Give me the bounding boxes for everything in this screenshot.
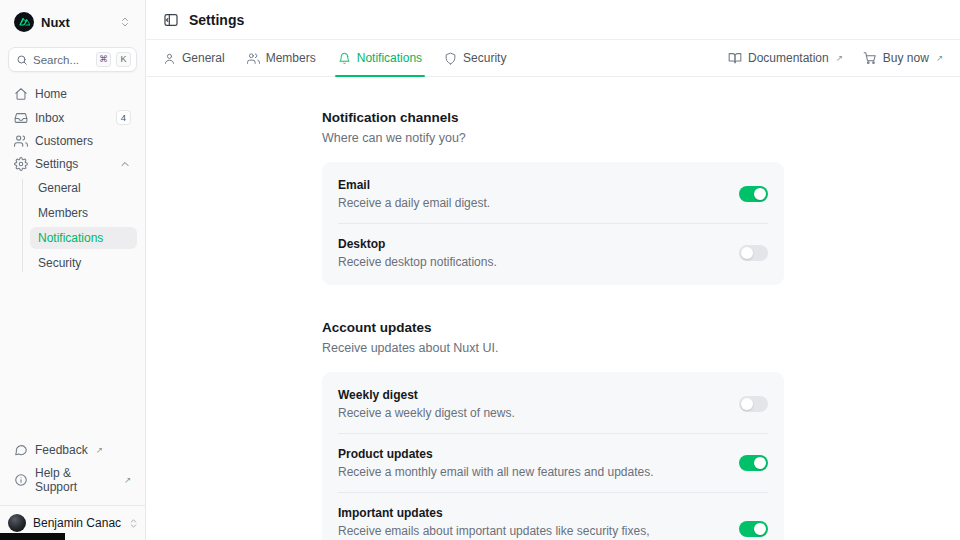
message-bubble-icon [14,443,28,457]
sidebar-item-label: Help & Support [35,466,116,494]
kbd-k: K [116,52,131,67]
users-icon [247,52,260,65]
sidebar-item-label: Inbox [35,111,64,125]
workspace-switcher[interactable]: Nuxt [8,8,137,36]
setting-description: Receive a monthly email with all new fea… [338,465,723,479]
setting-description: Receive desktop notifications. [338,255,723,269]
inbox-count-badge: 4 [116,110,131,125]
link-label: Buy now [883,51,929,65]
setting-row-desktop: Desktop Receive desktop notifications. [338,223,768,282]
user-icon [163,52,176,65]
sidebar-item-settings-security[interactable]: Security [30,252,137,274]
setting-row-email: Email Receive a daily email digest. [338,165,768,223]
sidebar-item-help-support[interactable]: Help & Support↗ [8,463,137,497]
toggle-knob [754,523,766,535]
sidebar-nav: Home Inbox 4 Customers Settings [0,76,145,274]
section-title: Notification channels [322,110,784,125]
sidebar-item-settings-notifications[interactable]: Notifications [30,227,137,249]
setting-row-important-updates: Important updates Receive emails about i… [338,492,768,540]
setting-row-product-updates: Product updates Receive a monthly email … [338,433,768,492]
tab-notifications[interactable]: Notifications [338,40,422,76]
sidebar-item-label: Settings [35,157,78,171]
link-label: Documentation [748,51,829,65]
tab-label: Members [266,51,316,65]
header-links: Documentation↗ Buy now↗ [728,51,943,65]
external-link-icon: ↗ [96,445,103,455]
sidebar-spacer [0,274,145,440]
book-open-icon [728,51,742,65]
inbox-icon [14,111,28,125]
sidebar-item-customers[interactable]: Customers [8,131,137,151]
settings-card: Email Receive a daily email digest. Desk… [322,162,784,285]
buy-now-link[interactable]: Buy now↗ [863,51,943,65]
setting-row-weekly-digest: Weekly digest Receive a weekly digest of… [338,375,768,433]
gear-icon [14,157,28,171]
settings-subnav: General Members Notifications Security [8,177,137,274]
nuxt-logo-icon [14,12,34,32]
sidebar-item-settings[interactable]: Settings [8,154,137,174]
chevrons-up-down-icon [128,518,139,529]
user-avatar [8,514,26,532]
search-input[interactable]: Search... ⌘ K [8,47,137,72]
setting-title: Email [338,178,723,192]
main-panel: Settings General Members Notifications [146,0,960,540]
sidebar-item-settings-general[interactable]: General [30,177,137,199]
sidebar-item-label: Feedback [35,443,88,457]
email-toggle[interactable] [739,186,768,202]
sidebar-item-inbox[interactable]: Inbox 4 [8,107,137,128]
app-window: Nuxt Search... ⌘ K Home [0,0,960,540]
external-link-icon: ↗ [124,475,131,485]
home-icon [14,87,28,101]
sidebar-item-home[interactable]: Home [8,84,137,104]
bell-icon [338,52,351,65]
setting-description: Receive a weekly digest of news. [338,406,723,420]
tab-label: Notifications [357,51,422,65]
external-link-icon: ↗ [836,53,843,63]
kbd-cmd: ⌘ [96,52,111,67]
tab-label: Security [463,51,506,65]
product-updates-toggle[interactable] [739,455,768,471]
important-updates-toggle[interactable] [739,521,768,537]
toggle-knob [754,188,766,200]
sidebar-item-settings-members[interactable]: Members [30,202,137,224]
info-circle-icon [14,473,28,487]
notification-channels-section: Notification channels Where can we notif… [322,110,784,285]
collapse-sidebar-icon[interactable] [163,12,179,28]
section-title: Account updates [322,320,784,335]
screen-corner-artifact [0,533,65,540]
sidebar-item-label: Home [35,87,67,101]
toggle-knob [741,398,753,410]
weekly-digest-toggle[interactable] [739,396,768,412]
shopping-cart-icon [863,51,877,65]
page-header: Settings [146,0,960,40]
settings-tabbar: General Members Notifications Security [146,40,960,77]
shield-icon [444,52,457,65]
toggle-knob [754,457,766,469]
page-title: Settings [189,12,244,28]
desktop-toggle[interactable] [739,245,768,261]
tab-label: General [182,51,225,65]
sidebar: Nuxt Search... ⌘ K Home [0,0,146,540]
notifications-settings-page: Notification channels Where can we notif… [146,77,960,540]
setting-title: Desktop [338,237,723,251]
workspace-name: Nuxt [41,15,112,30]
tab-security[interactable]: Security [444,40,506,76]
documentation-link[interactable]: Documentation↗ [728,51,843,65]
settings-card: Weekly digest Receive a weekly digest of… [322,372,784,540]
sidebar-item-feedback[interactable]: Feedback↗ [8,440,137,460]
external-link-icon: ↗ [936,53,943,63]
chevron-up-icon [119,158,131,170]
setting-title: Important updates [338,506,723,520]
tab-members[interactable]: Members [247,40,316,76]
toggle-knob [741,247,753,259]
users-icon [14,134,28,148]
sidebar-footer: Feedback↗ Help & Support↗ [0,440,145,505]
search-icon [16,54,28,66]
setting-title: Product updates [338,447,723,461]
section-description: Receive updates about Nuxt UI. [322,341,784,355]
account-updates-section: Account updates Receive updates about Nu… [322,320,784,540]
setting-description: Receive emails about important updates l… [338,524,723,540]
user-name: Benjamin Canac [33,516,121,530]
setting-description: Receive a daily email digest. [338,196,723,210]
tab-general[interactable]: General [163,40,225,76]
